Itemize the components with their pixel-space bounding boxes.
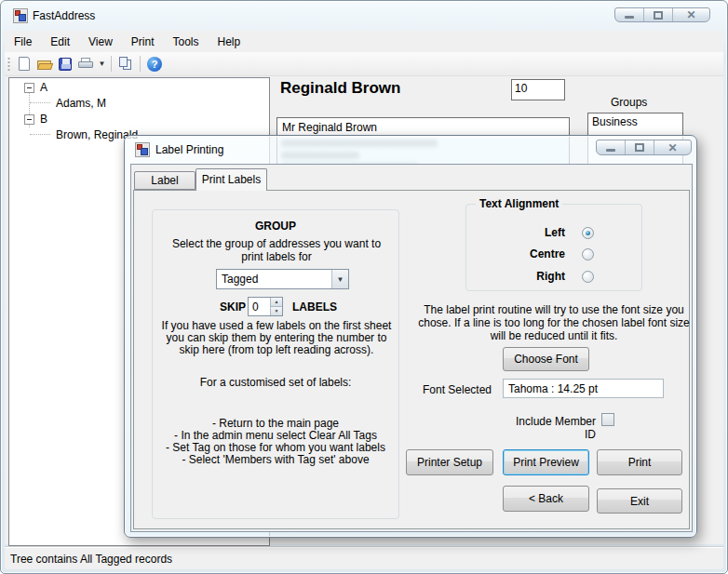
- maximize-icon: [654, 11, 663, 20]
- new-document-button[interactable]: [14, 54, 34, 74]
- close-button[interactable]: ✕: [654, 140, 691, 154]
- customised-heading: For a customised set of labels:: [153, 376, 398, 389]
- main-window-controls: ✕: [614, 7, 710, 22]
- print-button[interactable]: [75, 54, 96, 74]
- print-icon: [78, 58, 93, 70]
- labels-label: LABELS: [292, 300, 337, 314]
- save-icon: [59, 58, 72, 71]
- menu-tools[interactable]: Tools: [164, 32, 209, 52]
- open-button[interactable]: [34, 54, 55, 74]
- menu-edit[interactable]: Edit: [41, 32, 79, 52]
- radio-label-left: Left: [476, 226, 565, 239]
- tab-print-labels[interactable]: Print Labels: [195, 168, 267, 191]
- group-select-value: Tagged: [217, 273, 331, 286]
- text-alignment-heading: Text Alignment: [476, 197, 562, 210]
- minimize-icon: [625, 16, 634, 19]
- maximize-icon: [635, 143, 644, 152]
- group-select[interactable]: Tagged ▼: [216, 269, 349, 289]
- customised-steps: - Return to the main page - In the admin…: [153, 418, 398, 466]
- window-title: FastAddress: [33, 9, 95, 22]
- menu-file[interactable]: File: [5, 32, 41, 52]
- exit-button[interactable]: Exit: [597, 488, 682, 514]
- minimize-button[interactable]: [615, 8, 644, 21]
- include-member-id-checkbox[interactable]: [601, 413, 614, 426]
- include-member-id-label: Include Member ID: [506, 415, 596, 441]
- font-selected-label: Font Selected: [410, 383, 492, 396]
- radio-align-left[interactable]: [582, 227, 594, 239]
- toolbar-separator: [111, 56, 112, 72]
- dialog-window-controls: ✕: [596, 140, 692, 155]
- print-options-dropdown[interactable]: ▼: [96, 54, 107, 74]
- tree-item-label[interactable]: Adams, M: [56, 97, 106, 110]
- collapse-icon[interactable]: [24, 83, 34, 93]
- toolbar-grip[interactable]: [7, 57, 10, 72]
- toolbar-separator: [140, 56, 141, 72]
- close-icon: ✕: [667, 142, 677, 154]
- toolbar: ▼ ?: [5, 52, 723, 76]
- printer-setup-button[interactable]: Printer Setup: [406, 449, 493, 475]
- choose-font-button[interactable]: Choose Font: [503, 347, 589, 371]
- font-note-text: The label print routine will try to use …: [418, 303, 690, 342]
- record-name-heading: Reginald Brown: [280, 79, 400, 98]
- menu-bar: File Edit View Print Tools Help: [5, 31, 723, 52]
- dialog-client-area: Label Setup Print Labels GROUP Select th…: [130, 164, 693, 532]
- group-heading: GROUP: [153, 220, 398, 233]
- group-selection-groupbox: GROUP Select the group of addresses you …: [152, 209, 399, 519]
- skip-count-stepper[interactable]: 0 ▲ ▼: [248, 297, 283, 316]
- text-alignment-groupbox: Text Alignment Left Centre Right: [465, 204, 642, 291]
- tab-label-setup[interactable]: Label Setup: [134, 171, 195, 190]
- radio-align-right[interactable]: [582, 271, 594, 283]
- label-printing-dialog: Label Printing ✕ Label Setup Print Label…: [124, 135, 697, 538]
- maximize-button[interactable]: [644, 8, 673, 21]
- print-labels-tab-page: GROUP Select the group of addresses you …: [133, 190, 690, 529]
- copy-button[interactable]: [115, 54, 136, 74]
- stepper-down-button[interactable]: ▼: [271, 307, 282, 315]
- print-preview-button[interactable]: Print Preview: [503, 449, 589, 475]
- minimize-icon: [606, 149, 615, 152]
- radio-align-centre[interactable]: [582, 248, 594, 260]
- app-icon: [13, 8, 28, 23]
- status-bar: Tree contains All Tagged records: [5, 547, 723, 569]
- help-button[interactable]: ?: [144, 54, 165, 74]
- radio-label-centre: Centre: [476, 247, 565, 260]
- chevron-down-icon[interactable]: ▼: [331, 270, 348, 288]
- skip-count-value[interactable]: 0: [249, 298, 270, 315]
- tree-node-a[interactable]: A: [24, 81, 47, 94]
- tree-connector: [30, 134, 50, 135]
- skip-help-text: If you have used a few labels on the fir…: [156, 320, 397, 356]
- print-button[interactable]: Print: [597, 449, 682, 475]
- chevron-down-icon: ▼: [99, 60, 106, 68]
- groups-label: Groups: [611, 96, 647, 109]
- stepper-up-button[interactable]: ▲: [271, 298, 282, 307]
- save-button[interactable]: [55, 54, 75, 74]
- tree-node-label[interactable]: A: [40, 81, 47, 94]
- help-icon: ?: [147, 57, 162, 72]
- radio-label-right: Right: [476, 270, 565, 283]
- screen: FastAddress ✕ File Edit View Print Tools…: [0, 0, 728, 574]
- status-text: Tree contains All Tagged records: [10, 553, 172, 566]
- customised-step: - Select 'Members with Tag set' above: [153, 454, 398, 466]
- menu-help[interactable]: Help: [209, 32, 250, 52]
- dialog-icon: [135, 142, 150, 157]
- dialog-title: Label Printing: [155, 143, 223, 156]
- tree-connector: [30, 102, 50, 103]
- copy-icon: [119, 57, 133, 71]
- group-description: Select the group of addresses you want t…: [165, 237, 388, 263]
- menu-view[interactable]: View: [79, 32, 122, 52]
- font-selected-field[interactable]: Tahoma : 14.25 pt: [503, 379, 664, 398]
- new-document-icon: [19, 57, 30, 71]
- collapse-icon[interactable]: [24, 114, 34, 125]
- tree-node-label[interactable]: B: [40, 113, 47, 126]
- maximize-button[interactable]: [626, 140, 654, 154]
- groups-item[interactable]: Business: [588, 113, 682, 130]
- back-button[interactable]: < Back: [503, 486, 589, 512]
- menu-print[interactable]: Print: [122, 32, 164, 52]
- address-line: Mr Reginald Brown: [282, 121, 377, 134]
- member-id-field[interactable]: 10: [511, 79, 565, 100]
- tree-item-adams[interactable]: Adams, M: [56, 97, 106, 110]
- skip-label: SKIP: [190, 300, 246, 314]
- tree-node-b[interactable]: B: [24, 113, 47, 126]
- open-folder-icon: [37, 59, 52, 70]
- minimize-button[interactable]: [597, 140, 626, 154]
- close-button[interactable]: ✕: [673, 8, 709, 21]
